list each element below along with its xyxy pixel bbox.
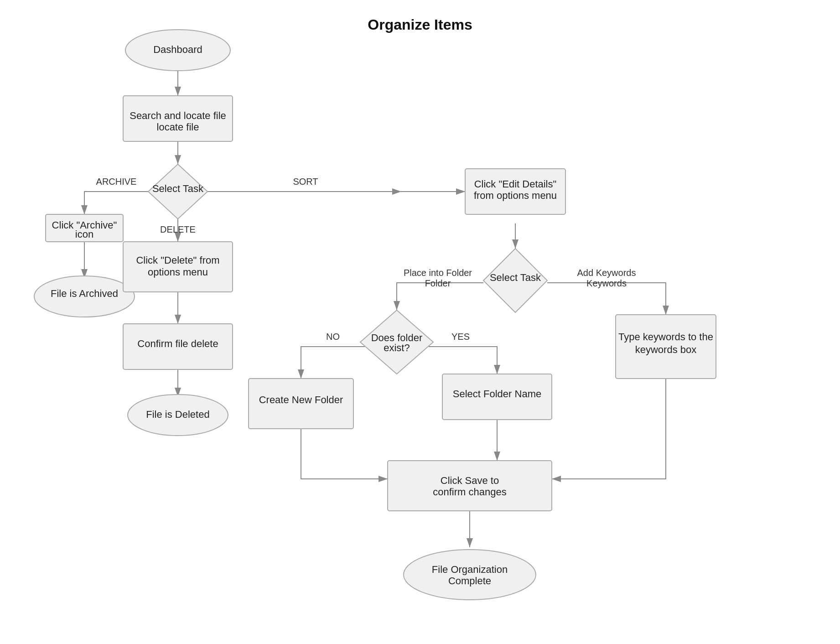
svg-text:Complete: Complete bbox=[448, 575, 491, 587]
type-keywords-label: Type keywords to the bbox=[618, 331, 713, 343]
edit-details-label: Click "Edit Details" bbox=[474, 178, 557, 190]
sort-label: SORT bbox=[293, 177, 318, 187]
svg-text:from options menu: from options menu bbox=[474, 190, 557, 201]
svg-text:icon: icon bbox=[75, 229, 93, 240]
svg-text:exist?: exist? bbox=[384, 342, 410, 353]
confirm-delete-label: Confirm file delete bbox=[137, 338, 218, 349]
search-label: Search and locate file bbox=[130, 110, 226, 121]
no-label: NO bbox=[326, 332, 340, 342]
svg-text:options menu: options menu bbox=[148, 266, 208, 278]
delete-label: DELETE bbox=[160, 224, 196, 234]
file-archived-label: File is Archived bbox=[51, 288, 118, 299]
click-save-label: Click Save to bbox=[441, 475, 499, 486]
file-org-complete-label: File Organization bbox=[432, 564, 508, 575]
svg-text:Folder: Folder bbox=[425, 278, 451, 288]
svg-text:keywords box: keywords box bbox=[635, 344, 697, 355]
yes-label: YES bbox=[451, 332, 470, 342]
select-task-1-label: Select Task bbox=[152, 183, 204, 194]
svg-text:Keywords: Keywords bbox=[586, 278, 627, 288]
create-folder-label: Create New Folder bbox=[259, 394, 343, 405]
svg-text:locate file: locate file bbox=[157, 121, 199, 133]
select-folder-label: Select Folder Name bbox=[453, 388, 541, 400]
archive-label: ARCHIVE bbox=[96, 177, 137, 187]
place-into-folder-label: Place into Folder bbox=[404, 268, 472, 278]
add-keywords-label: Add Keywords bbox=[577, 268, 636, 278]
dashboard-label: Dashboard bbox=[153, 44, 202, 55]
select-task-2-label: Select Task bbox=[490, 272, 541, 283]
file-deleted-label: File is Deleted bbox=[146, 409, 209, 420]
delete-menu-label: Click "Delete" from bbox=[136, 254, 219, 266]
svg-text:confirm changes: confirm changes bbox=[433, 486, 506, 498]
